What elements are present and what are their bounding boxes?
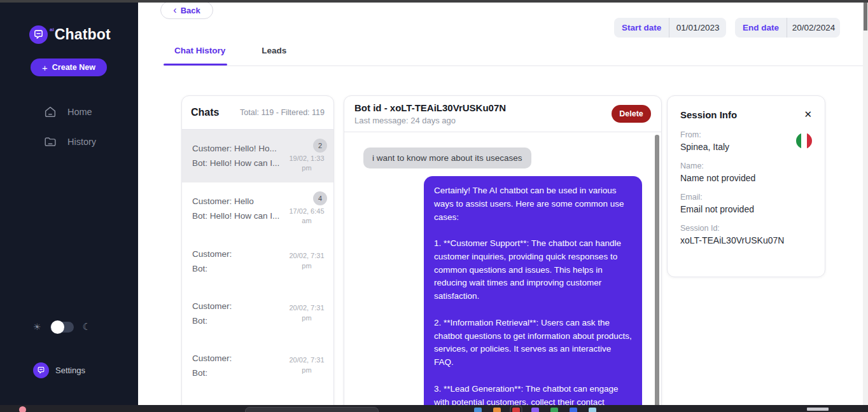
- chat-timestamp: 20/02, 7:31 pm: [286, 355, 327, 375]
- start-date-filter[interactable]: Start date 01/01/2023: [614, 18, 726, 38]
- end-date-filter[interactable]: End date 20/02/2024: [735, 18, 840, 38]
- end-date-value[interactable]: 20/02/2024: [787, 23, 840, 32]
- from-value: Spinea, Italy: [680, 142, 812, 152]
- bot-id-title: Bot id - xoLT-TEAiL30VrUSKu07N: [354, 102, 506, 113]
- session-info-panel: Session Info ✕ From: Spinea, Italy Name:…: [667, 95, 825, 277]
- taskbar-app-icon[interactable]: [531, 408, 539, 412]
- create-new-button[interactable]: + Create New: [31, 58, 107, 76]
- tab-chat-history[interactable]: Chat History: [174, 46, 225, 58]
- end-date-label: End date: [735, 23, 787, 32]
- theme-toggle[interactable]: [50, 322, 74, 333]
- chat-customer-preview: Customer: Hello! Ho...: [192, 144, 286, 153]
- taskbar-icons: [474, 408, 596, 412]
- session-id-label: Session Id:: [680, 224, 812, 233]
- sidebar-item-home[interactable]: Home: [43, 105, 92, 119]
- chevron-left-icon: ‹: [173, 4, 176, 16]
- chat-customer-preview: Customer: Hello: [192, 196, 286, 206]
- session-id-value: xoLT-TEAiL30VrUSKu07N: [680, 235, 812, 245]
- bot-message-bubble: Certainly! The AI chatbot can be used in…: [424, 176, 642, 412]
- name-label: Name:: [680, 161, 812, 170]
- sidebar-item-history[interactable]: History: [43, 135, 96, 149]
- taskbar-notification-badge: [19, 406, 26, 412]
- brand-prefix: ai: [50, 27, 54, 32]
- page-scrollbar[interactable]: [863, 3, 868, 412]
- chat-list-item[interactable]: Customer: Bot: 20/02, 7:31 pm: [182, 340, 333, 392]
- taskbar-app-icon[interactable]: [589, 408, 596, 412]
- taskbar-app-icon[interactable]: [474, 408, 482, 412]
- top-window-strip: [0, 0, 868, 3]
- chat-customer-preview: Customer:: [192, 249, 286, 259]
- brand-name: Chatbot: [55, 26, 111, 43]
- plus-icon: +: [42, 62, 48, 73]
- email-label: Email:: [680, 193, 812, 202]
- start-date-value[interactable]: 01/01/2023: [669, 23, 726, 32]
- create-new-label: Create New: [52, 63, 95, 72]
- taskbar-app-icon-active[interactable]: [512, 408, 520, 412]
- user-message-bubble: i want to know more about its usecases: [363, 148, 531, 168]
- taskbar-clock: [807, 408, 829, 411]
- chat-customer-preview: Customer:: [192, 354, 286, 363]
- sidebar-item-history-label: History: [67, 137, 96, 147]
- back-label: Back: [181, 6, 200, 15]
- theme-toggle-row: ☀ ☾: [33, 321, 91, 333]
- sidebar-item-home-label: Home: [67, 107, 92, 117]
- chat-bot-preview: Bot:: [192, 264, 286, 273]
- start-date-label: Start date: [614, 23, 669, 32]
- tab-bar: Chat History Leads: [174, 46, 286, 58]
- brand-logo: ai Chatbot: [29, 25, 111, 44]
- unread-count-badge: 2: [313, 139, 327, 153]
- main-content: ‹ Back Start date 01/01/2023 End date 20…: [138, 3, 868, 405]
- chat-list-item[interactable]: Customer: Hello! Ho... Bot: Hello! How c…: [182, 130, 333, 182]
- back-button[interactable]: ‹ Back: [160, 1, 213, 19]
- settings-button[interactable]: Settings: [33, 362, 85, 378]
- conversation-panel: Bot id - xoLT-TEAiL30VrUSKu07N Last mess…: [344, 95, 662, 412]
- chat-bubble-logo-icon: [29, 25, 48, 44]
- message-list: i want to know more about its usecases C…: [344, 132, 661, 412]
- page-scrollbar-thumb[interactable]: [864, 3, 867, 31]
- chat-list-item[interactable]: Customer: Bot: 20/02, 7:31 pm: [182, 287, 333, 340]
- chat-bot-preview: Bot:: [192, 316, 286, 326]
- chat-timestamp: 19/02, 1:33 pm: [286, 154, 327, 174]
- conversation-scrollbar[interactable]: [655, 135, 659, 412]
- email-value: Email not provided: [680, 204, 812, 214]
- chats-panel-header: Chats Total: 119 - Filtered: 119: [182, 96, 333, 130]
- last-message-subtitle: Last message: 24 days ago: [354, 116, 506, 125]
- from-label: From:: [680, 130, 812, 139]
- chat-bot-preview: Bot:: [192, 368, 286, 378]
- chats-panel: Chats Total: 119 - Filtered: 119 Custome…: [181, 95, 334, 412]
- chat-timestamp: 20/02, 7:31 pm: [286, 303, 327, 323]
- tab-separator-line: [164, 65, 864, 66]
- chat-bot-preview: Bot: Hello! How can I...: [192, 211, 286, 221]
- app-screen: ai Chatbot + Create New Home History ☀ ☾: [0, 0, 868, 412]
- moon-icon: ☾: [83, 321, 91, 333]
- folder-history-icon: [43, 135, 57, 149]
- tab-leads[interactable]: Leads: [262, 46, 286, 58]
- taskbar-app-icon[interactable]: [550, 408, 558, 412]
- chat-list-item[interactable]: Customer: Hello Bot: Hello! How can I...…: [182, 182, 333, 235]
- sidebar: ai Chatbot + Create New Home History ☀ ☾: [0, 0, 138, 405]
- close-icon[interactable]: ✕: [804, 109, 812, 120]
- chat-list-item[interactable]: Customer: Bot: 20/02, 7:31 pm: [182, 235, 333, 287]
- sun-icon: ☀: [33, 322, 41, 332]
- session-info-title: Session Info: [680, 109, 737, 120]
- toggle-knob[interactable]: [51, 320, 64, 334]
- taskbar-search-box[interactable]: [245, 407, 379, 412]
- chats-title: Chats: [191, 107, 219, 118]
- settings-chat-icon: [33, 362, 49, 378]
- name-value: Name not provided: [680, 173, 812, 183]
- unread-count-badge: 4: [313, 191, 327, 205]
- chat-customer-preview: Customer:: [192, 301, 286, 311]
- taskbar-app-icon[interactable]: [493, 408, 501, 412]
- delete-button[interactable]: Delete: [612, 105, 651, 123]
- taskbar: [0, 405, 868, 412]
- home-icon: [43, 105, 57, 119]
- chat-bot-preview: Bot: Hello! How can I...: [192, 158, 286, 168]
- chats-summary: Total: 119 - Filtered: 119: [240, 108, 325, 117]
- taskbar-app-icon[interactable]: [570, 408, 577, 412]
- chat-timestamp: 20/02, 7:31 pm: [286, 251, 327, 271]
- settings-label: Settings: [55, 366, 85, 375]
- conversation-header: Bot id - xoLT-TEAiL30VrUSKu07N Last mess…: [344, 96, 661, 132]
- chat-timestamp: 17/02, 6:45 am: [286, 207, 327, 226]
- italy-flag-icon: [796, 133, 812, 149]
